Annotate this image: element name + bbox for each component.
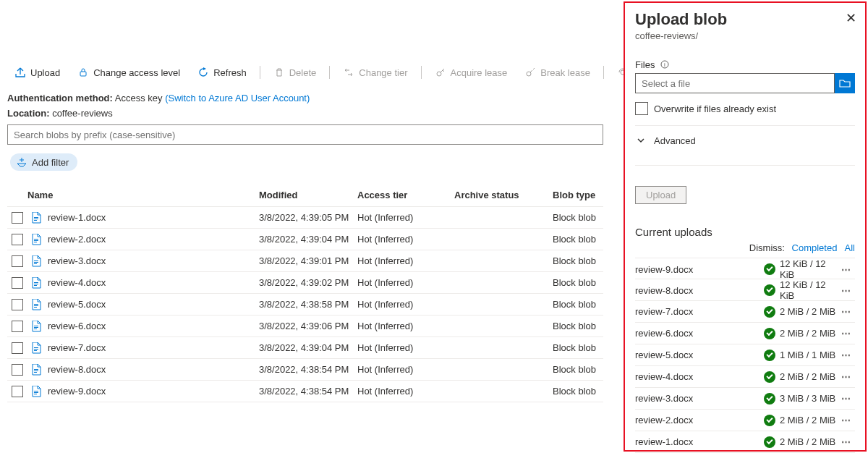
loc-label: Location:: [7, 108, 50, 119]
table-row[interactable]: review-5.docx3/8/2022, 4:38:58 PMHot (In…: [7, 294, 603, 316]
close-icon[interactable]: ✕: [846, 10, 856, 26]
row-checkbox[interactable]: [12, 212, 23, 224]
cell-modified: 3/8/2022, 4:38:58 PM: [259, 299, 357, 310]
success-icon: [764, 371, 775, 383]
upload-row: review-6.docx2 MiB / 2 MiB⋯: [635, 323, 855, 344]
success-icon: [764, 328, 775, 339]
search-input[interactable]: [7, 124, 603, 145]
table-row[interactable]: review-2.docx3/8/2022, 4:39:04 PMHot (In…: [7, 229, 603, 250]
dismiss-all-link[interactable]: All: [845, 242, 855, 253]
document-icon: [30, 321, 42, 332]
more-icon[interactable]: ⋯: [838, 328, 855, 339]
advanced-toggle[interactable]: Advanced: [635, 126, 855, 155]
more-icon[interactable]: ⋯: [838, 371, 855, 382]
table-row[interactable]: review-4.docx3/8/2022, 4:39:02 PMHot (In…: [7, 272, 603, 294]
change-access-button[interactable]: Change access level: [70, 64, 187, 81]
cell-blob: Block blob: [553, 386, 610, 397]
row-checkbox[interactable]: [12, 299, 23, 310]
more-icon[interactable]: ⋯: [838, 306, 855, 317]
acquire-lease-label: Acquire lease: [451, 67, 508, 78]
upload-row: review-1.docx2 MiB / 2 MiB⋯: [635, 431, 855, 453]
dismiss-row: Dismiss: Completed All: [635, 242, 855, 253]
more-icon[interactable]: ⋯: [838, 264, 855, 275]
svg-rect-5: [34, 219, 38, 219]
delete-icon: [273, 67, 285, 78]
row-checkbox[interactable]: [12, 386, 23, 397]
file-name: review-7.docx: [48, 342, 106, 353]
cell-blob: Block blob: [553, 364, 610, 375]
col-tier[interactable]: Access tier: [357, 190, 454, 200]
cell-blob: Block blob: [553, 212, 610, 223]
cell-tier: Hot (Inferred): [357, 255, 454, 266]
svg-rect-11: [34, 262, 38, 263]
files-label: Files i: [635, 59, 855, 70]
svg-rect-27: [34, 372, 37, 373]
divider: [635, 165, 855, 166]
more-icon[interactable]: ⋯: [838, 393, 855, 404]
switch-auth-link[interactable]: (Switch to Azure AD User Account): [165, 93, 310, 103]
lock-icon: [77, 67, 89, 78]
table-row[interactable]: review-3.docx3/8/2022, 4:39:01 PMHot (In…: [7, 250, 603, 272]
file-input[interactable]: [635, 73, 835, 93]
table-row[interactable]: review-9.docx3/8/2022, 4:38:54 PMHot (In…: [7, 381, 603, 402]
dismiss-completed-link[interactable]: Completed: [792, 242, 838, 253]
more-icon[interactable]: ⋯: [838, 415, 855, 426]
upload-file-name: review-2.docx: [635, 415, 764, 426]
success-icon: [764, 393, 775, 405]
upload-file-name: review-8.docx: [635, 285, 764, 296]
table-row[interactable]: review-8.docx3/8/2022, 4:38:54 PMHot (In…: [7, 359, 603, 381]
file-name: review-4.docx: [48, 277, 106, 288]
file-name: review-3.docx: [48, 255, 106, 266]
document-icon: [30, 299, 42, 310]
cell-modified: 3/8/2022, 4:39:06 PM: [259, 321, 357, 331]
upload-size: 2 MiB / 2 MiB: [780, 436, 838, 447]
document-icon: [30, 364, 42, 376]
svg-rect-23: [34, 349, 38, 350]
upload-size: 2 MiB / 2 MiB: [780, 371, 838, 382]
row-checkbox[interactable]: [12, 321, 23, 332]
svg-rect-19: [34, 326, 38, 326]
more-icon[interactable]: ⋯: [838, 350, 855, 360]
col-blob[interactable]: Blob type: [553, 190, 610, 200]
overwrite-checkbox[interactable]: [635, 102, 648, 115]
cell-tier: Hot (Inferred): [357, 212, 454, 223]
browse-button[interactable]: [835, 73, 855, 93]
svg-rect-26: [34, 371, 38, 371]
row-checkbox[interactable]: [12, 255, 23, 267]
more-icon[interactable]: ⋯: [838, 436, 855, 447]
upload-submit-button[interactable]: Upload: [635, 186, 686, 204]
separator: [329, 66, 330, 79]
row-checkbox[interactable]: [12, 342, 23, 354]
cell-tier: Hot (Inferred): [357, 364, 454, 375]
table-row[interactable]: review-7.docx3/8/2022, 4:39:04 PMHot (In…: [7, 337, 603, 359]
upload-button[interactable]: Upload: [7, 64, 67, 81]
row-checkbox[interactable]: [12, 234, 23, 245]
col-modified[interactable]: Modified: [259, 190, 357, 200]
svg-rect-9: [34, 242, 37, 242]
break-lease-label: Break lease: [540, 67, 590, 78]
col-name[interactable]: Name: [27, 190, 259, 200]
upload-row: review-3.docx3 MiB / 3 MiB⋯: [635, 388, 855, 410]
document-icon: [30, 255, 42, 267]
svg-rect-28: [34, 391, 38, 391]
auth-value: Access key: [115, 93, 163, 103]
blob-table: Name Modified Access tier Archive status…: [7, 184, 603, 402]
row-checkbox[interactable]: [12, 364, 23, 376]
file-name: review-2.docx: [48, 234, 106, 245]
info-icon[interactable]: i: [659, 59, 671, 70]
cell-modified: 3/8/2022, 4:39:04 PM: [259, 342, 357, 353]
table-row[interactable]: review-6.docx3/8/2022, 4:39:06 PMHot (In…: [7, 316, 603, 337]
refresh-button[interactable]: Refresh: [190, 64, 254, 81]
more-icon[interactable]: ⋯: [838, 285, 855, 296]
svg-rect-0: [80, 72, 86, 76]
cell-modified: 3/8/2022, 4:38:54 PM: [259, 364, 357, 375]
meta-block: Authentication method: Access key (Switc…: [7, 91, 310, 122]
acquire-lease-icon: [435, 67, 446, 78]
table-row[interactable]: review-1.docx3/8/2022, 4:39:05 PMHot (In…: [7, 207, 603, 229]
row-checkbox[interactable]: [12, 277, 23, 289]
cell-blob: Block blob: [553, 277, 610, 288]
add-filter-button[interactable]: Add filter: [10, 153, 77, 171]
break-lease-button: Break lease: [517, 64, 597, 81]
col-archive[interactable]: Archive status: [454, 190, 553, 200]
filter-icon: [16, 156, 27, 168]
